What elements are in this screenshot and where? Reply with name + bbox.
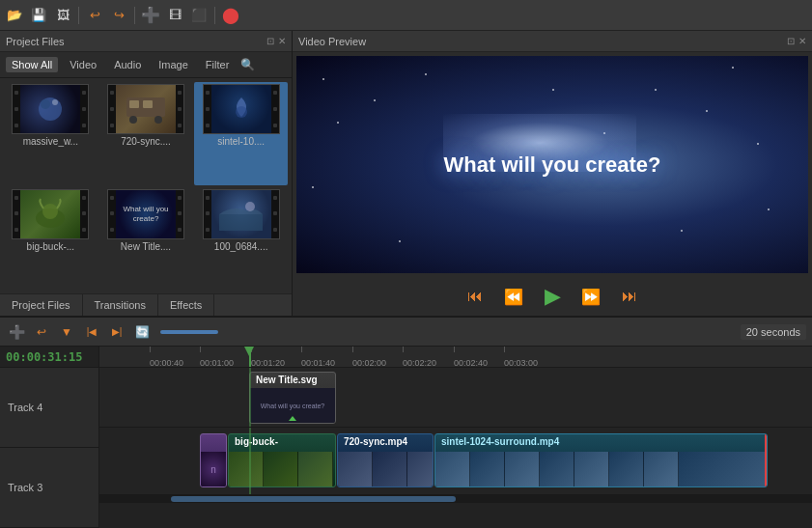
strip-left6 — [204, 190, 211, 238]
file-name-newtitle: New Title.... — [107, 241, 184, 252]
left-tabs: Project Files Transitions Effects — [0, 293, 292, 316]
frame3 — [505, 452, 540, 486]
frame2 — [264, 452, 298, 486]
clip-720sync[interactable]: 720-sync.mp4 — [337, 433, 434, 487]
tracks-body: New Title.svg What will you create? — [99, 368, 812, 495]
clip-title-sintel: sintel-1024-surround.mp4 — [441, 436, 761, 447]
ruler-tick-140 — [301, 347, 302, 352]
toolbar-add[interactable]: ➕ — [140, 5, 161, 26]
clip-new-title[interactable]: New Title.svg What will you create? — [249, 372, 336, 424]
panel-icon-restore[interactable]: ⊡ — [266, 36, 274, 46]
toolbar-undo[interactable]: ↩ — [84, 5, 105, 26]
frame1 — [338, 452, 373, 486]
filter-show-all[interactable]: Show All — [6, 57, 58, 72]
filter-bar: Show All Video Audio Image Filter 🔍 — [0, 52, 292, 78]
tab-project-files[interactable]: Project Files — [0, 294, 83, 316]
clip-title-newtitle: New Title.svg — [256, 375, 329, 385]
tab-transitions[interactable]: Transitions — [83, 294, 158, 316]
thumb-bigbuck — [12, 189, 89, 239]
frame1 — [229, 452, 264, 486]
toolbar-film[interactable]: 🎞 — [164, 5, 185, 26]
tl-marker[interactable]: ▼ — [56, 321, 77, 343]
toolbar-redo[interactable]: ↪ — [108, 5, 129, 26]
timeline-content: 00:00:31:15 Track 4 Track 3 00:00:40 00:… — [0, 347, 812, 528]
tl-undo[interactable]: ↩ — [31, 321, 52, 343]
strip-right6 — [271, 190, 279, 238]
toolbar-render[interactable]: 🖼 — [52, 5, 73, 26]
thumb-content-sintel — [211, 85, 271, 133]
new-title-text: What will you create? — [116, 205, 176, 223]
frame6 — [609, 452, 644, 486]
project-files-title: Project Files — [6, 36, 65, 47]
tl-jump-end[interactable]: ▶| — [106, 321, 127, 343]
panel-icon-close[interactable]: ✕ — [278, 36, 286, 46]
file-name-massive: massive_w... — [12, 136, 89, 147]
frame8 — [679, 452, 767, 486]
ruler-tick-240 — [454, 347, 455, 352]
svg-point-2 — [52, 99, 58, 105]
tl-zoom-slider[interactable] — [160, 330, 218, 334]
preview-restore-icon[interactable]: ⊡ — [787, 36, 795, 46]
ruler-mark-300: 00:03:00 — [504, 358, 538, 368]
clip-sintel-thumbs — [435, 452, 767, 486]
filter-image[interactable]: Image — [153, 57, 194, 72]
file-thumb-100[interactable]: 100_0684.... — [194, 187, 288, 291]
ruler-mark-220: 00:02:20 — [403, 358, 436, 368]
svg-point-7 — [154, 116, 162, 124]
btn-jump-start[interactable]: ⏮ — [462, 283, 489, 310]
file-thumb-newtitle[interactable]: What will you create? New Title.... — [99, 187, 193, 291]
btn-fastforward[interactable]: ⏩ — [577, 283, 604, 310]
file-thumb-bigbuck[interactable]: big-buck-... — [4, 187, 98, 291]
toolbar-box[interactable]: ⬛ — [188, 5, 210, 26]
clip-small-frame: n — [201, 452, 226, 486]
frame3 — [298, 452, 333, 486]
tl-jump-start[interactable]: |◀ — [81, 321, 102, 343]
tl-add-track[interactable]: ➕ — [6, 321, 27, 343]
frame5 — [574, 452, 609, 486]
ruler-tick-300 — [504, 347, 505, 352]
clip-small-thumb: n — [201, 452, 226, 486]
clip-bigbuck[interactable]: big-buck- — [228, 433, 336, 487]
file-name-bigbuck: big-buck-... — [12, 241, 89, 252]
btn-rewind[interactable]: ⏪ — [500, 283, 527, 310]
preview-close-icon[interactable]: ✕ — [798, 36, 806, 46]
track-4-row: New Title.svg What will you create? — [99, 368, 812, 428]
clip-small-icon: n — [210, 464, 216, 475]
files-area: Show All Video Audio Image Filter 🔍 — [0, 52, 292, 293]
preview-title: Video Preview — [298, 36, 366, 47]
ruler-tick-40 — [150, 347, 151, 352]
file-thumb-720sync[interactable]: 720-sync.... — [99, 82, 193, 185]
ruler-mark-140: 00:01:40 — [301, 358, 335, 368]
ruler-mark-240: 00:02:40 — [454, 358, 488, 368]
filter-filter[interactable]: Filter — [200, 57, 235, 72]
clip-720sync-thumbs — [338, 452, 433, 486]
filter-clear-btn[interactable]: 🔍 — [240, 58, 255, 71]
tab-effects[interactable]: Effects — [158, 294, 214, 316]
btn-jump-end[interactable]: ⏭ — [616, 283, 643, 310]
file-name-720sync: 720-sync.... — [107, 136, 184, 147]
toolbar-record[interactable]: ⬤ — [220, 5, 241, 26]
scrollbar-thumb[interactable] — [171, 496, 456, 502]
toolbar-save[interactable]: 💾 — [28, 5, 49, 26]
right-panel: Video Preview ⊡ ✕ — [293, 31, 812, 316]
clip-title-720sync: 720-sync.mp4 — [344, 436, 427, 447]
svg-point-10 — [42, 204, 58, 219]
clip-small-purple[interactable]: n — [200, 433, 227, 487]
project-files-header: Project Files ⊡ ✕ — [0, 31, 292, 52]
train-icon — [122, 93, 170, 126]
thumb-massive — [12, 84, 89, 134]
clip-sintel[interactable]: sintel-1024-surround.mp4 — [434, 433, 768, 487]
file-thumb-sintel[interactable]: sintel-10.... — [194, 82, 288, 185]
strip-left4 — [13, 190, 20, 238]
preview-text: What will you create? — [444, 153, 661, 178]
playback-controls: ⏮ ⏪ ▶ ⏩ ⏭ — [293, 277, 812, 316]
playhead-arrow — [244, 347, 254, 356]
filter-video[interactable]: Video — [64, 57, 102, 72]
file-thumb-massive[interactable]: massive_w... — [4, 82, 98, 185]
timeline-tracks[interactable]: 00:00:40 00:01:00 00:01:20 00:01:40 00:0… — [99, 347, 812, 528]
btn-play[interactable]: ▶ — [539, 283, 566, 310]
toolbar-open[interactable]: 📂 — [4, 5, 25, 26]
filter-audio[interactable]: Audio — [108, 57, 147, 72]
tl-refresh[interactable]: 🔄 — [131, 321, 153, 343]
track-3-row: n big-buck- — [99, 428, 812, 495]
